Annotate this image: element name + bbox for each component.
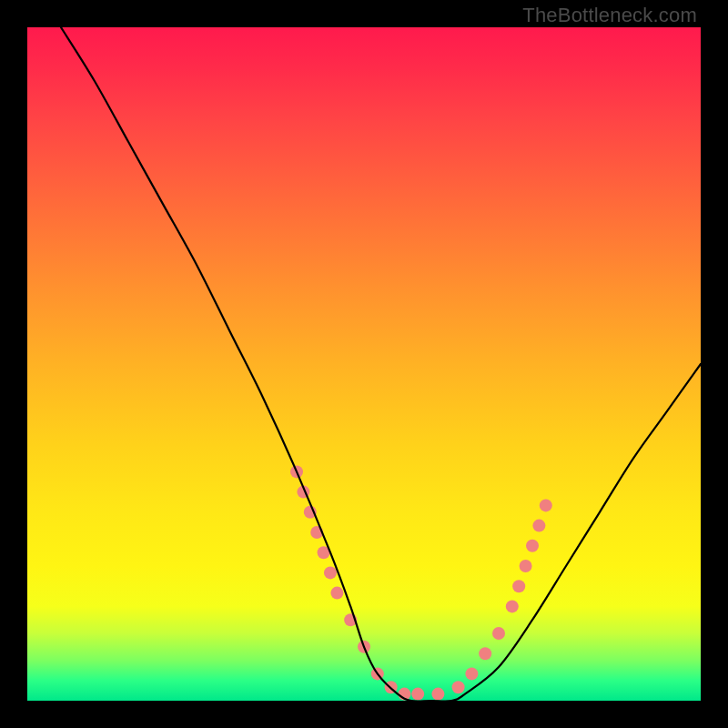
marker-dot bbox=[540, 499, 552, 511]
marker-dot bbox=[512, 580, 525, 592]
marker-dot bbox=[532, 520, 545, 532]
chart-svg bbox=[27, 27, 701, 701]
marker-dot bbox=[479, 647, 491, 660]
marker-dot bbox=[330, 587, 343, 600]
marker-dot bbox=[492, 627, 505, 640]
marker-dot bbox=[526, 540, 539, 552]
plot-area bbox=[27, 27, 701, 701]
marker-dot bbox=[324, 566, 337, 579]
marker-dot bbox=[411, 688, 424, 701]
marker-dot bbox=[465, 667, 478, 680]
marker-dot bbox=[506, 600, 519, 612]
marker-dot bbox=[431, 688, 444, 701]
marker-layer bbox=[290, 465, 552, 700]
marker-dot bbox=[520, 560, 532, 572]
marker-dot bbox=[452, 681, 465, 693]
chart-frame: TheBottleneck.com bbox=[0, 0, 728, 728]
watermark-text: TheBottleneck.com bbox=[522, 4, 697, 27]
bottleneck-curve bbox=[61, 27, 701, 702]
